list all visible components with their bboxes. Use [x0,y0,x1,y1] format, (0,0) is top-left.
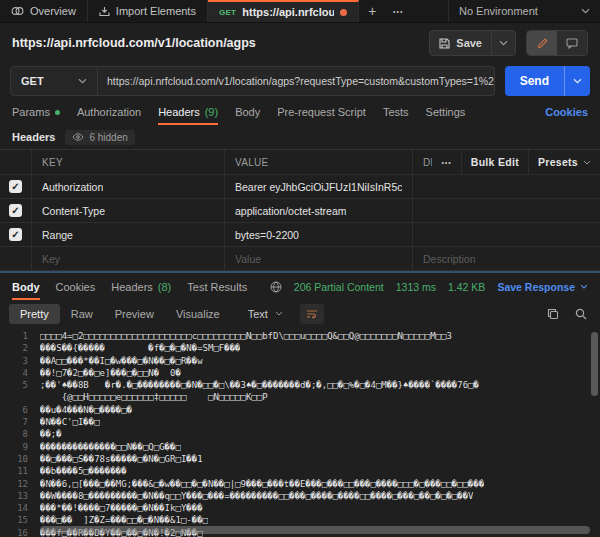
tab-body[interactable]: Body [235,99,260,125]
presets-button[interactable]: Presets [529,150,600,174]
header-key[interactable]: Range [42,229,73,241]
line-number: 7 [0,416,28,428]
line-number: 8 [0,428,28,440]
comments-button[interactable] [557,31,587,55]
save-button[interactable]: Save [429,30,516,56]
tab-request-url: https://api.nrfcloud.com [242,6,334,18]
tab-request-method: GET [219,8,236,17]
table-row: ✓ Content-Type application/octet-stream [0,199,600,223]
key-placeholder[interactable]: Key [42,253,60,265]
response-tab-cookies-label: Cookies [56,281,96,293]
tab-settings[interactable]: Settings [426,99,466,125]
request-title: https://api.nrfcloud.com/v1/location/agp… [12,36,256,50]
line-content: ���□�� ]Z�Z=���□□�□�N��&1□-��□ [40,514,208,526]
response-tab-headers[interactable]: Headers (8) [111,273,171,300]
save-label: Save [456,37,482,49]
headers-table: KEY VALUE DESCRIPTION ••• Bulk Edit Pres… [0,149,600,271]
save-icon [439,38,450,49]
code-line: 13��W����8□���������□�N��q□□Y���□���=���… [0,490,600,502]
horizontal-scrollbar-thumb[interactable] [40,526,590,534]
tab-authorization[interactable]: Authorization [77,99,141,125]
eye-icon [72,133,84,141]
header-value[interactable]: bytes=0-2200 [235,229,299,241]
tab-headers[interactable]: Headers (9) [158,99,218,125]
response-time[interactable]: 1313 ms [396,281,436,293]
view-preview-button[interactable]: Preview [104,304,165,324]
response-tab-body[interactable]: Body [12,273,40,300]
row-checkbox-checked[interactable]: ✓ [9,228,22,241]
tab-params[interactable]: Params [12,99,60,125]
response-body-editor[interactable]: 1□□□□4=□2□□□□□□□□□□□□□□□□□□□□c□□□□□□□□□N… [0,327,600,537]
tab-prerequest-script[interactable]: Pre-request Script [277,99,366,125]
format-dropdown[interactable]: Text [239,304,292,324]
tab-active-request[interactable]: GET https://api.nrfcloud.com [208,0,359,22]
request-title-row: https://api.nrfcloud.com/v1/location/agp… [0,23,600,63]
value-placeholder[interactable]: Value [235,253,261,265]
description-placeholder[interactable]: Description [423,253,476,265]
response-headers-count: (8) [158,281,171,293]
row-checkbox-checked[interactable]: ✓ [9,180,22,193]
chevron-down-icon [580,284,588,289]
row-checkbox-checked[interactable]: ✓ [9,204,22,217]
url-input[interactable]: https://api.nrfcloud.com/v1/location/agp… [98,66,495,96]
tab-authorization-label: Authorization [77,106,141,118]
send-button[interactable]: Send [505,66,590,96]
response-status[interactable]: 206 Partial Content [294,281,384,293]
header-key[interactable]: Content-Type [42,205,105,217]
tab-body-label: Body [235,106,260,118]
request-tabs: Params Authorization Headers (9) Body Pr… [0,99,600,125]
code-line: 14���*��!����□7�����□�N��Ik□Y��� [0,502,600,514]
response-tab-test-results[interactable]: Test Results [187,273,247,300]
wrap-line-button[interactable] [300,304,324,324]
header-value[interactable]: Bearer eyJhbGciOiJFUzI1NiIsInR5cCI6IkpXV… [235,181,402,193]
search-response-button[interactable] [575,308,587,320]
tab-tests[interactable]: Tests [383,99,409,125]
response-tab-cookies[interactable]: Cookies [56,273,96,300]
header-value[interactable]: application/octet-stream [235,205,346,217]
header-key[interactable]: Authorization [42,181,103,193]
cookies-link[interactable]: Cookies [545,106,588,118]
line-content: �N��6,□[���□��MG;���&□�w��□□�□�N��□|□9��… [40,478,484,490]
tab-params-label: Params [12,106,50,118]
save-response-button[interactable]: Save Response [497,281,588,293]
code-line: 3��A□□���*��I□�w���□�N��□�□R��w [0,355,600,367]
wrap-line-icon [306,309,318,319]
tab-settings-label: Settings [426,106,466,118]
view-raw-button[interactable]: Raw [60,304,104,324]
code-line: 12�N��6,□[���□��MG;���&□�w��□□�□�N��□|□9… [0,478,600,490]
code-line: 8��;� [0,428,600,440]
globe-icon[interactable] [270,281,282,293]
line-number: 9 [0,441,28,453]
vertical-scrollbar-thumb[interactable] [591,332,598,396]
line-content: ��;� [40,428,62,440]
code-line: 5;��'♠��8B �r�.�□��������□�N�□□�□\��3♠�□… [0,379,600,391]
edit-documentation-button[interactable] [527,31,557,55]
tab-overview[interactable]: Overview [0,0,88,22]
tab-import-label: Import Elements [116,5,196,17]
save-options-chevron[interactable] [492,40,515,46]
environment-selector[interactable]: No Environment [448,0,600,22]
send-options-chevron[interactable] [565,66,590,96]
view-visualize-button[interactable]: Visualize [165,304,231,324]
response-tabs: Body Cookies Headers (8) Test Results 20… [0,273,600,300]
hidden-headers-toggle[interactable]: 6 hidden [65,130,134,145]
tab-import-elements[interactable]: Import Elements [88,0,208,22]
line-content: ���S��{����� �f�□�□�N�=SM□F��� [40,342,240,354]
table-row: ✓ Range bytes=0-2200 [0,223,600,247]
line-content: ��u�4���N�□����□� [40,404,132,416]
headers-section-row: Headers 6 hidden [0,125,600,149]
code-line: 4��!□7�2□��□e]���□�□□N� 0� [0,367,600,379]
view-pretty-button[interactable]: Pretty [9,304,60,324]
bulk-edit-button[interactable]: Bulk Edit [462,150,528,174]
copy-response-button[interactable] [547,308,559,320]
response-tab-tests-label: Test Results [187,281,247,293]
column-options-button[interactable]: ••• [432,150,460,174]
request-url-row: GET https://api.nrfcloud.com/v1/location… [0,63,600,99]
new-tab-button[interactable]: + [359,0,385,22]
tab-options-button[interactable]: ••• [385,0,411,22]
table-tools: ••• Bulk Edit Presets [432,150,600,174]
response-size[interactable]: 1.42 KB [448,281,485,293]
col-value: VALUE [225,150,413,174]
code-line: 1□□□□4=□2□□□□□□□□□□□□□□□□□□□□c□□□□□□□□□N… [0,330,600,342]
method-dropdown[interactable]: GET [10,66,98,96]
